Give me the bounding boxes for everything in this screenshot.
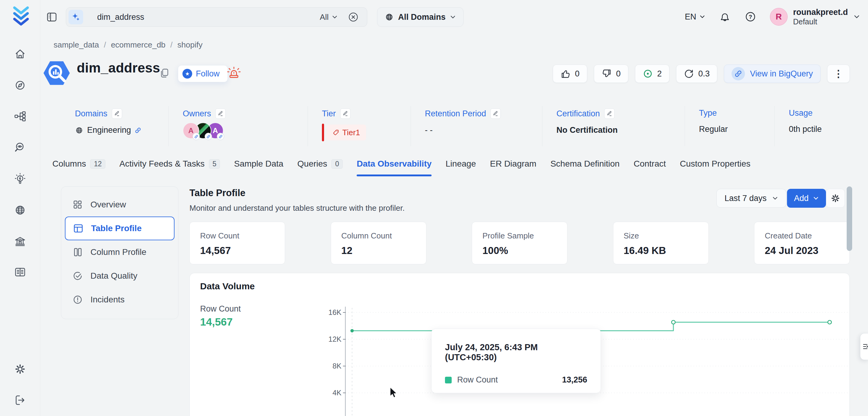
tab-activity-feeds[interactable]: Activity Feeds & Tasks5	[119, 154, 220, 174]
bigquery-logo	[43, 59, 71, 87]
tab-data-observability[interactable]: Data Observability	[356, 154, 432, 174]
data-point-start[interactable]	[350, 329, 354, 332]
table-icon	[73, 223, 84, 234]
stat-card-created-date: Created Date 24 Jul 2023	[754, 222, 850, 264]
meta-certification: Certification No Certification	[542, 106, 685, 146]
follow-button[interactable]: ★ Follow	[178, 65, 228, 82]
tab-schema-definition[interactable]: Schema Definition	[550, 154, 619, 174]
owners-label[interactable]: Owners	[183, 109, 211, 119]
stat-card-column-count: Column Count 12	[331, 222, 426, 264]
usage-label[interactable]: Usage	[789, 108, 812, 118]
logout-icon[interactable]	[13, 393, 27, 407]
language-selector[interactable]: EN	[685, 12, 705, 22]
tier-label[interactable]: Tier	[322, 109, 336, 119]
stat-card-profile-sample: Profile Sample 100%	[472, 222, 567, 264]
tab-custom-properties[interactable]: Custom Properties	[680, 154, 750, 174]
meta-retention: Retention Period - -	[410, 106, 542, 146]
link-icon	[135, 127, 141, 134]
tier-badge[interactable]: Tier1	[327, 125, 366, 140]
y-tick-label: 8K	[333, 362, 341, 370]
domain-filter-dropdown[interactable]: All Domains	[377, 7, 464, 27]
y-tick-label: 12K	[328, 335, 341, 343]
compass-icon[interactable]	[13, 78, 27, 92]
upvote-button[interactable]: 0	[553, 65, 587, 83]
edit-certification-button[interactable]	[604, 108, 615, 119]
breadcrumb-item[interactable]: sample_data	[54, 40, 99, 50]
lineage-icon[interactable]	[13, 109, 27, 123]
search-scope-dropdown[interactable]: All	[320, 12, 338, 22]
profile-settings-gear-icon[interactable]	[826, 189, 845, 208]
type-label[interactable]: Type	[699, 108, 717, 118]
edge-floating-button[interactable]	[860, 333, 868, 360]
grid-icon	[72, 199, 83, 210]
resize-handle-icon	[863, 343, 868, 350]
more-actions-kebab-button[interactable]: ⋮	[827, 65, 850, 83]
freshness-button[interactable]: 0.3	[676, 65, 717, 83]
check-circle-icon	[72, 270, 83, 281]
edit-domains-button[interactable]	[112, 108, 122, 119]
tab-queries[interactable]: Queries0	[297, 154, 343, 174]
settings-gear-icon[interactable]	[13, 362, 27, 376]
breadcrumb: sample_data / ecommerce_db / shopify	[54, 40, 203, 50]
sidebar-toggle-icon[interactable]	[46, 11, 58, 23]
data-point-end[interactable]	[828, 320, 832, 324]
certification-label[interactable]: Certification	[556, 109, 600, 119]
domains-label[interactable]: Domains	[75, 109, 107, 119]
notifications-bell-icon[interactable]	[719, 11, 731, 23]
governance-bank-icon[interactable]	[13, 235, 27, 249]
date-range-dropdown[interactable]: Last 7 days	[716, 189, 786, 208]
add-button[interactable]: Add	[787, 189, 826, 208]
subnav-item-column-profile[interactable]: Column Profile	[65, 240, 175, 264]
profile-stat-cards: Row Count 14,567 Column Count 12 Profile…	[189, 222, 850, 264]
tab-lineage[interactable]: Lineage	[445, 154, 476, 174]
pencil-icon	[217, 110, 223, 117]
subnav-item-data-quality[interactable]: Data Quality	[65, 264, 175, 288]
section-subtitle: Monitor and understand your tables struc…	[189, 203, 405, 213]
globe-icon	[75, 126, 84, 135]
breadcrumb-item[interactable]: shopify	[178, 40, 203, 50]
help-icon[interactable]: ?	[744, 11, 756, 23]
ai-sparkle-icon	[68, 10, 83, 24]
insights-bulb-icon[interactable]	[13, 172, 27, 186]
web-globe-icon[interactable]	[13, 203, 27, 217]
domain-value[interactable]: Engineering	[75, 125, 168, 135]
copy-name-icon[interactable]	[159, 68, 170, 78]
tab-columns[interactable]: Columns12	[52, 154, 105, 174]
subnav-item-overview[interactable]: Overview	[65, 193, 175, 217]
data-point-step[interactable]	[672, 320, 675, 324]
owner-avatar[interactable]: A	[183, 122, 199, 139]
downvote-button[interactable]: 0	[594, 65, 628, 83]
home-icon[interactable]	[13, 47, 27, 61]
edit-owners-button[interactable]	[215, 108, 226, 119]
glossary-book-icon[interactable]	[13, 265, 27, 279]
refresh-icon	[684, 68, 694, 79]
user-name: rounakpreet.d	[793, 7, 848, 17]
stat-label: Column Count	[341, 231, 416, 241]
edit-retention-button[interactable]	[490, 108, 501, 119]
chevron-down-icon	[450, 15, 456, 19]
global-search-input[interactable]: dim_address All	[66, 7, 367, 27]
atlan-logo[interactable]	[11, 5, 31, 26]
discover-eye-icon[interactable]	[13, 141, 27, 154]
asset-actions: 0 0 2 0.3 Vie	[553, 65, 850, 83]
breadcrumb-item[interactable]: ecommerce_db	[111, 40, 165, 50]
chevron-down-icon	[699, 14, 705, 19]
stat-label: Size	[624, 231, 698, 241]
retention-label[interactable]: Retention Period	[425, 109, 486, 119]
stat-value: 100%	[483, 245, 557, 256]
meta-type: Type Regular	[685, 106, 775, 146]
tab-contract[interactable]: Contract	[633, 154, 666, 174]
tab-er-diagram[interactable]: ER Diagram	[490, 154, 536, 174]
user-menu[interactable]: R rounakpreet.d Default	[770, 7, 860, 26]
subnav-item-incidents[interactable]: Incidents	[65, 288, 175, 312]
subnav-item-table-profile[interactable]: Table Profile	[65, 217, 175, 240]
meta-tier: Tier Tier1	[308, 106, 410, 146]
alert-siren-icon[interactable]	[226, 65, 242, 81]
view-in-bigquery-button[interactable]: View in BigQuery	[724, 65, 820, 83]
vertical-scrollbar-thumb[interactable]	[847, 186, 852, 251]
edit-tier-button[interactable]	[340, 108, 350, 119]
type-value: Regular	[699, 125, 728, 134]
views-button[interactable]: 2	[635, 65, 670, 83]
search-clear-icon[interactable]	[348, 12, 359, 22]
tab-sample-data[interactable]: Sample Data	[234, 154, 283, 174]
